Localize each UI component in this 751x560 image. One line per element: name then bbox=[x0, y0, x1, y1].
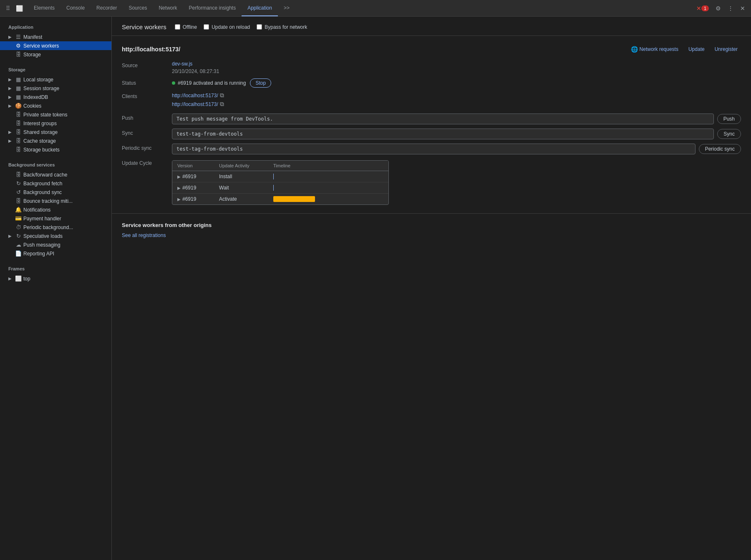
sidebar-item-periodic-bg[interactable]: ▶ ⏱ Periodic background... bbox=[0, 223, 111, 232]
responsive-mode-icon[interactable]: ⬜ bbox=[13, 3, 25, 13]
service-workers-icon: ⚙ bbox=[15, 43, 22, 49]
expand-top-frame: ▶ bbox=[8, 276, 13, 281]
sidebar-item-payment-handler[interactable]: ▶ 💳 Payment handler bbox=[0, 214, 111, 223]
devtools-menu-icon[interactable]: ⠿ bbox=[3, 3, 13, 13]
sidebar-item-private-state[interactable]: ▶ 🗄 Private state tokens bbox=[0, 110, 111, 119]
storage-label: Storage bbox=[23, 52, 41, 58]
back-forward-icon: 🗄 bbox=[15, 172, 22, 178]
sidebar-item-cookies[interactable]: ▶ 🍪 Cookies bbox=[0, 101, 111, 110]
background-section-header: Background services bbox=[0, 154, 111, 170]
tab-performance[interactable]: Performance insights bbox=[183, 0, 242, 16]
sidebar-item-top-frame[interactable]: ▶ ⬜ top bbox=[0, 274, 111, 283]
toolbar-right: ✕ 1 ⚙ ⋮ ✕ bbox=[694, 3, 748, 13]
inspect-icon-1: ⧉ bbox=[220, 92, 224, 99]
see-all-registrations-link[interactable]: See all registrations bbox=[122, 232, 166, 238]
tab-sources[interactable]: Sources bbox=[123, 0, 153, 16]
storage-section-header: Storage bbox=[0, 59, 111, 75]
sidebar-item-interest-groups[interactable]: ▶ 🗄 Interest groups bbox=[0, 119, 111, 128]
timeline-install bbox=[273, 174, 383, 179]
top-frame-label: top bbox=[23, 276, 30, 282]
update-on-reload-checkbox[interactable] bbox=[204, 24, 209, 30]
push-input[interactable] bbox=[172, 114, 714, 124]
row-arrow-wait: ▶ bbox=[177, 186, 181, 190]
error-count-button[interactable]: ✕ 1 bbox=[694, 3, 711, 13]
periodic-sync-button[interactable]: Periodic sync bbox=[699, 144, 741, 154]
expand-cache-storage: ▶ bbox=[8, 139, 13, 143]
periodic-sync-label: Periodic sync bbox=[122, 144, 172, 154]
offline-checkbox-label[interactable]: Offline bbox=[175, 24, 197, 30]
timeline-tick-install bbox=[273, 174, 274, 179]
more-options-icon[interactable]: ⋮ bbox=[725, 3, 736, 13]
notifications-icon: 🔔 bbox=[15, 207, 22, 213]
sidebar-item-storage[interactable]: ▶ 🗄 Storage bbox=[0, 50, 111, 59]
version-activate: ▶ #6919 bbox=[177, 196, 219, 202]
frames-section-header: Frames bbox=[0, 258, 111, 274]
tab-network[interactable]: Network bbox=[153, 0, 183, 16]
offline-checkbox[interactable] bbox=[175, 24, 180, 30]
sidebar-item-notifications[interactable]: ▶ 🔔 Notifications bbox=[0, 205, 111, 214]
sidebar-item-bg-sync[interactable]: ▶ ↺ Background sync bbox=[0, 188, 111, 197]
interest-groups-icon: 🗄 bbox=[15, 120, 22, 126]
tab-more[interactable]: >> bbox=[278, 0, 295, 16]
tab-console[interactable]: Console bbox=[60, 0, 91, 16]
sidebar-item-service-workers[interactable]: ▶ ⚙ Service workers bbox=[0, 41, 111, 50]
sidebar: Application ▶ ☰ Manifest ▶ ⚙ Service wor… bbox=[0, 17, 112, 560]
panel-header: Service workers Offline Update on reload… bbox=[112, 17, 751, 36]
bypass-for-network-checkbox[interactable] bbox=[257, 24, 262, 30]
notifications-label: Notifications bbox=[23, 207, 50, 213]
inspect-icon-2: ⧉ bbox=[220, 101, 224, 108]
activity-install: Install bbox=[219, 174, 273, 179]
tab-elements[interactable]: Elements bbox=[28, 0, 60, 16]
sidebar-item-back-forward[interactable]: ▶ 🗄 Back/forward cache bbox=[0, 170, 111, 179]
expand-speculative-loads: ▶ bbox=[8, 234, 13, 238]
update-table-header: Version Update Activity Timeline bbox=[172, 161, 388, 171]
sidebar-item-bg-fetch[interactable]: ▶ ↻ Background fetch bbox=[0, 179, 111, 188]
close-devtools-icon[interactable]: ✕ bbox=[738, 3, 748, 13]
push-button[interactable]: Push bbox=[717, 114, 741, 124]
content-area: Service workers Offline Update on reload… bbox=[112, 17, 751, 560]
cache-storage-icon: 🗄 bbox=[15, 138, 22, 144]
tab-recorder[interactable]: Recorder bbox=[91, 0, 123, 16]
sync-row: Sync bbox=[172, 129, 741, 139]
sidebar-item-storage-buckets[interactable]: ▶ 🗄 Storage buckets bbox=[0, 145, 111, 154]
unregister-button[interactable]: Unregister bbox=[711, 45, 741, 54]
sidebar-item-reporting-api[interactable]: ▶ 📄 Reporting API bbox=[0, 249, 111, 258]
sidebar-item-shared-storage[interactable]: ▶ 🗄 Shared storage bbox=[0, 128, 111, 136]
timeline-tick-wait bbox=[273, 185, 274, 191]
update-on-reload-label[interactable]: Update on reload bbox=[204, 24, 250, 30]
network-requests-button[interactable]: 🌐 Network requests bbox=[628, 44, 682, 54]
push-messaging-label: Push messaging bbox=[23, 242, 60, 248]
settings-icon[interactable]: ⚙ bbox=[713, 3, 723, 13]
sidebar-item-speculative-loads[interactable]: ▶ ↻ Speculative loads bbox=[0, 232, 111, 240]
sidebar-item-push-messaging[interactable]: ▶ ☁ Push messaging bbox=[0, 240, 111, 249]
sidebar-item-local-storage[interactable]: ▶ ▦ Local storage bbox=[0, 75, 111, 84]
clients-value: http://localhost:5173/ ⧉ http://localhos… bbox=[172, 92, 741, 109]
update-button[interactable]: Update bbox=[685, 45, 708, 54]
network-icon: 🌐 bbox=[631, 46, 638, 53]
source-file-link[interactable]: dev-sw.js bbox=[172, 61, 192, 67]
error-badge: 1 bbox=[701, 5, 709, 11]
client-link-2[interactable]: http://localhost:5173/ ⧉ bbox=[172, 101, 741, 108]
update-row-activate: ▶ #6919 Activate bbox=[172, 194, 388, 204]
sidebar-item-manifest[interactable]: ▶ ☰ Manifest bbox=[0, 33, 111, 41]
sidebar-item-session-storage[interactable]: ▶ ▦ Session storage bbox=[0, 84, 111, 93]
bypass-for-network-label[interactable]: Bypass for network bbox=[257, 24, 307, 30]
sidebar-section-application: Application bbox=[0, 20, 111, 33]
sw-details: Source dev-sw.js 20/10/2024, 08:27:31 St… bbox=[122, 61, 741, 205]
source-value: dev-sw.js 20/10/2024, 08:27:31 bbox=[172, 61, 741, 74]
periodic-sync-input[interactable] bbox=[172, 144, 696, 154]
bg-sync-label: Background sync bbox=[23, 189, 62, 195]
status-text: #6919 activated and is running bbox=[178, 80, 246, 86]
sync-button[interactable]: Sync bbox=[717, 129, 741, 139]
push-messaging-icon: ☁ bbox=[15, 242, 22, 248]
tab-application[interactable]: Application bbox=[242, 0, 278, 16]
sidebar-item-cache-storage[interactable]: ▶ 🗄 Cache storage bbox=[0, 136, 111, 145]
client-link-1[interactable]: http://localhost:5173/ ⧉ bbox=[172, 92, 741, 99]
status-value: #6919 activated and is running Stop bbox=[172, 78, 741, 88]
sync-input[interactable] bbox=[172, 129, 714, 139]
sidebar-item-indexeddb[interactable]: ▶ ▦ IndexedDB bbox=[0, 93, 111, 101]
indexeddb-icon: ▦ bbox=[15, 94, 22, 100]
stop-button[interactable]: Stop bbox=[250, 78, 271, 88]
sidebar-item-bounce-tracking[interactable]: ▶ 🗄 Bounce tracking miti... bbox=[0, 197, 111, 205]
bg-sync-icon: ↺ bbox=[15, 189, 22, 195]
